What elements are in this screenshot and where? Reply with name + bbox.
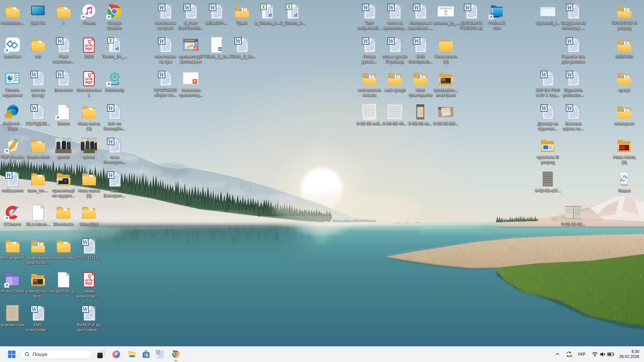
svg-text:W: W bbox=[621, 109, 624, 112]
svg-text:W: W bbox=[392, 75, 394, 78]
svg-text:W: W bbox=[35, 243, 38, 246]
svg-text:W: W bbox=[621, 8, 624, 11]
svg-text:P: P bbox=[195, 47, 197, 51]
svg-text:W: W bbox=[239, 8, 241, 11]
svg-text:W: W bbox=[417, 75, 420, 78]
svg-text:W: W bbox=[621, 75, 624, 78]
svg-text:W: W bbox=[621, 42, 624, 45]
svg-text:W: W bbox=[366, 75, 369, 78]
svg-text:P: P bbox=[194, 79, 196, 83]
